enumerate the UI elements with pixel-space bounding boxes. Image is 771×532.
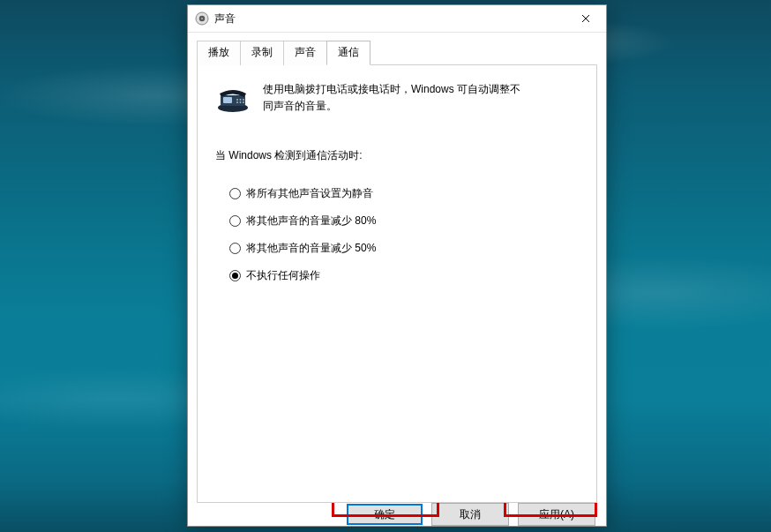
button-label: 应用(A) [539, 507, 574, 522]
radio-icon [229, 243, 241, 254]
titlebar: 声音 [188, 5, 606, 33]
tab-recording[interactable]: 录制 [240, 41, 284, 65]
tab-label: 声音 [295, 46, 316, 58]
apply-button[interactable]: 应用(A) [518, 503, 595, 526]
button-label: 取消 [460, 507, 481, 522]
tab-page-communications: 使用电脑拨打电话或接电话时，Windows 可自动调整不同声音的音量。 当 Wi… [197, 64, 597, 503]
option-mute-all[interactable]: 将所有其他声音设置为静音 [229, 186, 579, 201]
tab-label: 通信 [338, 46, 359, 58]
radio-group: 将所有其他声音设置为静音 将其他声音的音量减少 80% 将其他声音的音量减少 5… [229, 186, 579, 283]
cancel-button[interactable]: 取消 [431, 503, 509, 526]
radio-icon [229, 188, 241, 199]
svg-point-7 [240, 99, 242, 101]
sound-dialog: 声音 播放 录制 声音 通信 [187, 4, 607, 527]
intro-text: 使用电脑拨打电话或接电话时，Windows 可自动调整不同声音的音量。 [263, 81, 528, 115]
tab-label: 录制 [251, 46, 273, 58]
dialog-footer: 确定 取消 应用(A) [188, 503, 606, 529]
tab-communications[interactable]: 通信 [326, 41, 371, 65]
radio-label: 将所有其他声音设置为静音 [246, 186, 373, 201]
speaker-icon [195, 11, 209, 26]
dialog-client-area: 播放 录制 声音 通信 [188, 33, 606, 503]
radio-label: 不执行任何操作 [246, 268, 320, 283]
close-button[interactable] [565, 5, 606, 32]
svg-point-8 [243, 99, 244, 101]
tab-sounds[interactable]: 声音 [283, 41, 327, 65]
svg-point-2 [201, 18, 204, 20]
radio-label: 将其他声音的音量减少 80% [246, 214, 376, 229]
radio-icon [229, 215, 241, 227]
section-label: 当 Windows 检测到通信活动时: [215, 148, 579, 163]
phone-icon [215, 83, 251, 113]
svg-rect-5 [223, 97, 232, 103]
ok-button[interactable]: 确定 [347, 504, 423, 525]
button-label: 确定 [374, 507, 395, 522]
radio-icon [229, 270, 241, 281]
radio-label: 将其他声音的音量减少 50% [246, 241, 376, 256]
svg-point-6 [236, 99, 238, 101]
window-title: 声音 [214, 11, 236, 26]
svg-point-11 [243, 101, 244, 103]
option-reduce-80[interactable]: 将其他声音的音量减少 80% [229, 214, 579, 229]
option-do-nothing[interactable]: 不执行任何操作 [229, 268, 579, 283]
option-reduce-50[interactable]: 将其他声音的音量减少 50% [229, 241, 579, 256]
tab-playback[interactable]: 播放 [197, 41, 241, 65]
tabstrip: 播放 录制 声音 通信 [197, 40, 597, 64]
desktop-background: 声音 播放 录制 声音 通信 [0, 0, 771, 532]
svg-point-9 [236, 101, 238, 103]
svg-point-10 [240, 101, 242, 103]
tab-label: 播放 [208, 46, 229, 58]
intro-block: 使用电脑拨打电话或接电话时，Windows 可自动调整不同声音的音量。 [215, 81, 579, 115]
